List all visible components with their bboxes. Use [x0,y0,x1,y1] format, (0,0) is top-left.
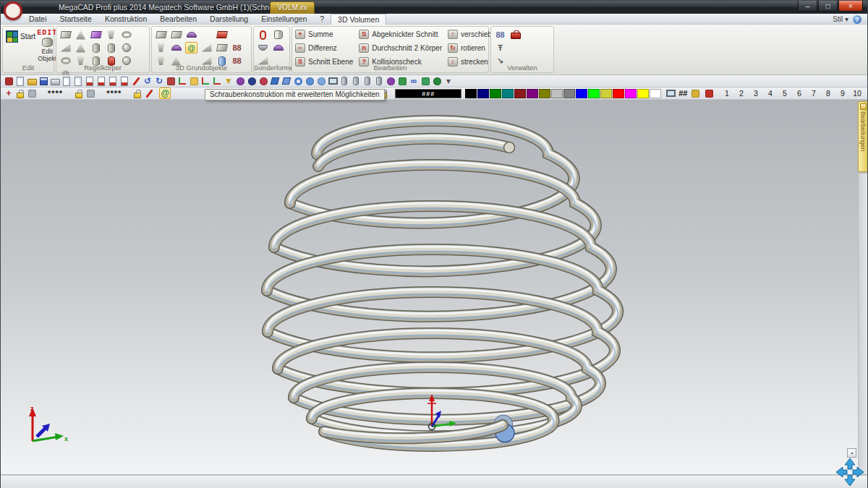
titlebar-tab-volm[interactable]: VOLM.ini [270,1,315,14]
color-swatch-7[interactable] [551,89,563,98]
3d-viewport[interactable]: z x Bearbeitungen [1,100,867,475]
menu-darstellung[interactable]: Darstellung [203,14,255,25]
open-file-icon[interactable] [26,75,38,87]
plot-icon[interactable] [84,75,95,87]
toolbox-icon[interactable] [509,29,522,40]
start-button[interactable]: Start [6,29,35,64]
snap-axis-icon[interactable] [200,75,211,87]
sphere-primitive-icon[interactable] [120,42,132,53]
color-swatch-15[interactable] [650,89,661,98]
doc-check-icon[interactable] [119,75,130,87]
bend-form-icon[interactable] [272,42,284,53]
color-swatch-11[interactable] [600,89,612,98]
menu-konstruktion[interactable]: Konstruktion [98,14,153,25]
print-icon[interactable] [49,75,61,87]
pen-number-6[interactable]: 6 [795,89,804,98]
help-icon[interactable]: ? [853,15,861,24]
pen-number-5[interactable]: 5 [780,89,790,98]
minimize-button[interactable]: – [798,1,817,12]
cone2-primitive-icon[interactable] [75,42,87,53]
menu-datei[interactable]: Datei [22,14,54,25]
capsule-form-icon[interactable] [257,29,269,40]
page-setup-icon[interactable] [72,75,84,87]
toggle-icon[interactable] [420,75,431,87]
menu-?[interactable]: ? [313,14,331,25]
undo-icon[interactable]: ↺ [142,75,153,87]
sweep-icon[interactable] [185,29,197,40]
info-box-icon[interactable] [188,75,200,87]
color-swatch-14[interactable] [637,89,649,98]
cylinder-view4-icon[interactable] [373,75,385,87]
redo-icon[interactable]: ↻ [153,75,165,87]
pen-number-7[interactable]: 7 [809,89,819,98]
color-swatch-9[interactable] [576,89,587,98]
pen-list-icon[interactable] [690,87,702,99]
export-icon[interactable] [95,75,107,87]
pen-number-4[interactable]: 4 [766,89,775,98]
grid-pair-icon[interactable]: 88 [231,42,243,53]
vertical-scrollbar[interactable] [858,174,867,474]
pipe-bend-icon[interactable] [170,42,182,53]
pen-number-8[interactable]: 8 [824,89,833,98]
layer-pages2-icon[interactable] [85,87,96,99]
color-swatch-3[interactable] [502,89,514,98]
group-manager-icon[interactable]: 88 [494,29,506,40]
more-tools-icon[interactable]: ▾ [443,75,454,87]
button-abgeknickter-schnitt[interactable]: SAbgeknickter Schnitt [359,28,442,40]
layer-lock3-icon[interactable] [132,87,143,99]
menu-bearbeiten[interactable]: Bearbeiten [153,14,203,25]
view-prism2-icon[interactable] [281,75,292,87]
origin-axis-icon[interactable] [211,75,223,87]
cylinder-view3-icon[interactable] [362,75,373,87]
button-durchschnitt-2-k-rper[interactable]: nDurchschnitt 2 Körper [359,42,442,53]
color-swatch-1[interactable] [477,89,489,98]
drop-point-icon[interactable]: ▼ [223,75,234,87]
axis-tool-icon[interactable]: Ŧ [494,42,506,53]
view-torus-icon[interactable] [292,75,304,87]
button-summe[interactable]: +Summe [295,28,353,40]
cup-primitive-icon[interactable] [105,29,117,40]
redline-pen-icon[interactable] [130,75,142,87]
cylinder-view2-icon[interactable] [350,75,362,87]
color-swatch-5[interactable] [527,89,538,98]
style-menu[interactable]: Stil ▾ [833,15,848,23]
new-file-icon[interactable] [14,75,26,87]
color-swatch-12[interactable] [613,89,624,98]
search-binocular-icon[interactable]: ∞ [408,75,420,87]
cylinder-view1-icon[interactable] [339,75,350,87]
wedge-primitive-icon[interactable] [59,42,72,53]
color-swatch-8[interactable] [563,89,575,98]
color-swatch-10[interactable] [588,89,600,98]
cylinder-primitive-icon[interactable] [90,42,102,53]
color-swatch-4[interactable] [514,89,526,98]
rotate-body-icon[interactable] [216,29,228,40]
save-icon[interactable] [38,75,49,87]
extrude-box-icon[interactable] [155,29,167,40]
prism-primitive-icon[interactable] [90,29,102,40]
shade-globe-icon[interactable] [385,75,396,87]
workspace-icon[interactable] [3,75,14,87]
halfsphere-form-icon[interactable] [257,42,269,53]
color-swatch-6[interactable] [539,89,550,98]
box-primitive-icon[interactable] [59,29,72,40]
torus-primitive-icon[interactable] [120,29,132,40]
view-sphere-icon[interactable] [304,75,315,87]
menu-startseite[interactable]: Startseite [54,14,98,25]
close-button[interactable]: × [838,1,863,12]
cylinder2-primitive-icon[interactable] [105,42,117,53]
pen-number-10[interactable]: 10 [853,89,862,98]
edit-pen-icon[interactable] [143,87,155,99]
view-monitor-icon[interactable] [327,75,339,87]
color-swatch-2[interactable] [490,89,501,98]
screw-construction-icon[interactable]: @ [185,42,197,53]
color-swatch-0[interactable] [465,89,477,98]
pan-navigation-control[interactable] [834,456,866,488]
maximize-button[interactable]: □ [818,1,838,12]
pen-number-2[interactable]: 2 [737,89,746,98]
current-color-swatch[interactable]: ### [395,89,461,98]
layer-lock1-icon[interactable] [14,87,26,99]
view-sphere2-icon[interactable] [315,75,327,87]
pie-view-icon[interactable] [431,75,443,87]
cone-primitive-icon[interactable] [75,29,87,40]
shade-purple-icon[interactable] [234,75,246,87]
